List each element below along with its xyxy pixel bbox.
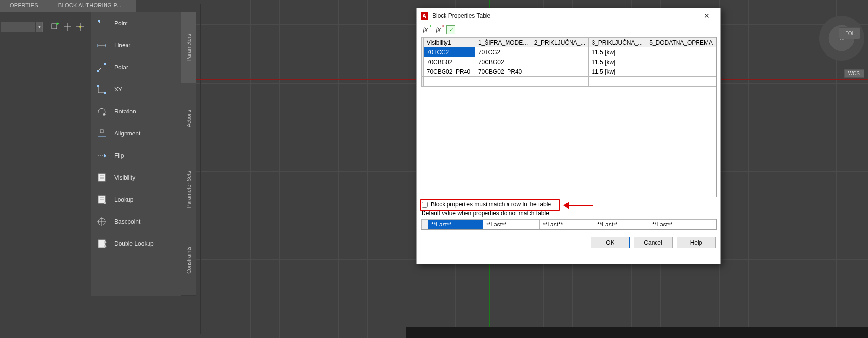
svg-line-10	[98, 64, 105, 71]
cancel-button[interactable]: Cancel	[634, 237, 673, 248]
block-authoring-palette: Point Linear Polar XY Rotation Alignment…	[91, 12, 181, 296]
grid-row-empty[interactable]	[422, 77, 716, 87]
svg-point-6	[79, 26, 81, 28]
rotation-icon	[96, 106, 107, 117]
remove-properties-icon[interactable]: fx	[433, 25, 443, 35]
selection-dropdown-arrow[interactable]: ▼	[36, 22, 43, 32]
linear-icon	[96, 40, 107, 51]
cell[interactable]	[531, 47, 589, 57]
cell[interactable]	[531, 57, 589, 67]
close-icon[interactable]: ✕	[697, 11, 717, 21]
svg-rect-11	[97, 70, 99, 72]
cell[interactable]	[531, 67, 589, 77]
col-visibility1[interactable]: Visibility1	[423, 38, 475, 47]
command-line[interactable]	[406, 327, 868, 338]
grid-row[interactable]: 70CBG02 70CBG02 11.5 [kw]	[422, 57, 716, 67]
default-cell[interactable]: **Last**	[540, 220, 594, 229]
cell[interactable]: 70CBG02	[475, 57, 531, 67]
cell[interactable]: 11.5 [kw]	[589, 47, 646, 57]
param-alignment[interactable]: Alignment	[91, 122, 181, 144]
dialog-title-text: Block Properties Table	[432, 12, 490, 19]
cell[interactable]	[646, 47, 716, 57]
param-double-lookup[interactable]: Double Lookup	[91, 232, 181, 254]
col-sifra-modela[interactable]: 1_ŠIFRA_MODE...	[475, 38, 531, 47]
default-cell[interactable]: **Last**	[649, 220, 716, 229]
default-row[interactable]: **Last** **Last** **Last** **Last** **La…	[422, 220, 716, 229]
param-basepoint[interactable]: Basepoint	[91, 210, 181, 232]
col-prikljucna-2[interactable]: 2_PRIKLJUČNA_...	[531, 38, 589, 47]
flip-icon	[96, 150, 107, 161]
cell[interactable]: 70CBG02_PR40	[423, 67, 475, 77]
cell[interactable]	[646, 57, 716, 67]
grid-row[interactable]: 70TCG2 70TCG2 11.5 [kw]	[422, 47, 716, 57]
tab-constraints[interactable]: Constraints	[181, 225, 196, 296]
param-xy[interactable]: XY	[91, 78, 181, 100]
cell[interactable]: 11.5 [kw]	[589, 57, 646, 67]
autocad-app-icon	[421, 12, 428, 20]
param-linear[interactable]: Linear	[91, 34, 181, 56]
dialog-toolbar: fx fx	[417, 23, 720, 37]
param-visibility[interactable]: Visibility	[91, 166, 181, 188]
tool-strip: ▼ +	[0, 20, 86, 34]
svg-marker-35	[104, 245, 107, 248]
cell[interactable]: 70TCG2	[475, 47, 531, 57]
origin-icon[interactable]	[74, 21, 86, 33]
dialog-titlebar[interactable]: Block Properties Table ✕	[417, 8, 720, 23]
col-prikljucna-3[interactable]: 3_PRIKLJUČNA_...	[589, 38, 646, 47]
viewcube-top[interactable]: TOI	[839, 27, 860, 39]
dialog-buttons: OK Cancel Help	[417, 231, 720, 253]
cell[interactable]: 11.5 [kw]	[589, 67, 646, 77]
tab-parameters[interactable]: Parameters	[181, 12, 196, 83]
param-lookup[interactable]: Lookup	[91, 188, 181, 210]
grid-header-row: Visibility1 1_ŠIFRA_MODE... 2_PRIKLJUČNA…	[422, 38, 716, 47]
must-match-label[interactable]: Block properties must match a row in the…	[431, 201, 551, 208]
wcs-badge[interactable]: WCS	[844, 69, 864, 78]
grid-row[interactable]: 70CBG02_PR40 70CBG02_PR40 11.5 [kw]	[422, 67, 716, 77]
selection-dropdown[interactable]	[1, 22, 35, 32]
param-label: Lookup	[114, 196, 133, 203]
default-cell[interactable]: **Last**	[428, 220, 483, 229]
param-flip[interactable]: Flip	[91, 144, 181, 166]
param-polar[interactable]: Polar	[91, 56, 181, 78]
param-point[interactable]: Point	[91, 12, 181, 34]
cell[interactable]	[646, 67, 716, 77]
audit-table-icon[interactable]	[446, 25, 456, 35]
ok-button[interactable]: OK	[591, 237, 630, 248]
cell[interactable]: 70TCG2	[423, 47, 475, 57]
crosshair-icon[interactable]	[62, 21, 73, 33]
block-authoring-palette-tab[interactable]: BLOCK AUTHORING P...	[48, 0, 136, 12]
add-properties-icon[interactable]: fx	[421, 25, 430, 35]
param-label: Alignment	[114, 130, 140, 137]
properties-palette-tab[interactable]: OPERTIES	[0, 0, 48, 12]
default-value-label: Default value when properties do not mat…	[422, 210, 716, 217]
param-rotation[interactable]: Rotation	[91, 100, 181, 122]
param-label: XY	[114, 86, 122, 93]
svg-rect-18	[100, 130, 103, 133]
default-grid[interactable]: **Last** **Last** **Last** **Last** **La…	[421, 219, 717, 230]
svg-marker-21	[104, 154, 106, 158]
help-button[interactable]: Help	[677, 237, 716, 248]
must-match-checkbox[interactable]	[422, 202, 428, 208]
alignment-icon	[96, 128, 107, 139]
param-label: Flip	[114, 152, 124, 159]
default-cell[interactable]: **Last**	[483, 220, 540, 229]
svg-marker-34	[104, 241, 107, 244]
param-label: Polar	[114, 64, 128, 71]
basepoint-icon	[96, 216, 107, 227]
col-dodatna-oprema[interactable]: 5_DODATNA_OPREMA	[646, 38, 716, 47]
svg-rect-7	[98, 20, 100, 22]
param-label: Linear	[114, 42, 130, 49]
param-label: Basepoint	[114, 218, 140, 225]
default-cell[interactable]: **Last**	[594, 220, 649, 229]
cell[interactable]: 70CBG02_PR40	[475, 67, 531, 77]
tab-actions[interactable]: Actions	[181, 83, 196, 154]
xy-icon	[96, 84, 107, 95]
tab-parameter-sets[interactable]: Parameter Sets	[181, 154, 196, 225]
add-selection-icon[interactable]: +	[49, 21, 61, 33]
param-label: Double Lookup	[114, 240, 154, 247]
svg-rect-33	[98, 240, 105, 248]
svg-rect-15	[97, 85, 99, 87]
cell[interactable]: 70CBG02	[423, 57, 475, 67]
svg-rect-22	[98, 174, 105, 181]
properties-grid[interactable]: Visibility1 1_ŠIFRA_MODE... 2_PRIKLJUČNA…	[421, 37, 717, 197]
